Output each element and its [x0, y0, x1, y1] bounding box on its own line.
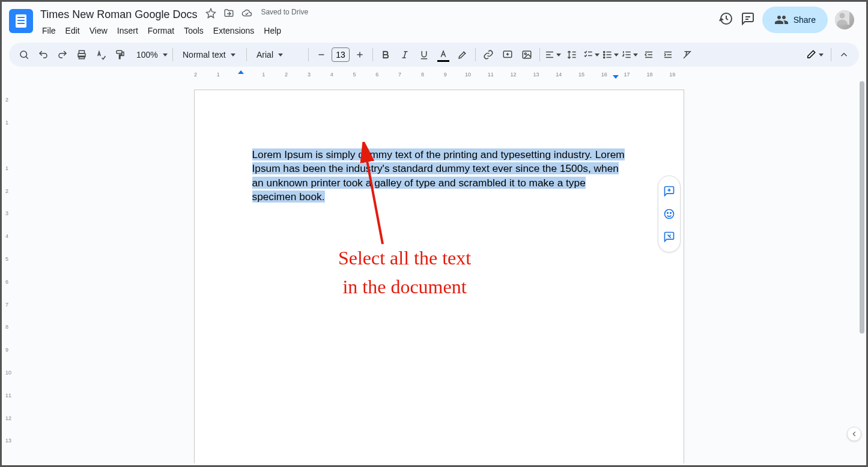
- line-spacing-icon[interactable]: [563, 46, 581, 64]
- docs-logo-icon[interactable]: [9, 9, 33, 33]
- show-side-panel-icon[interactable]: [847, 427, 861, 441]
- menu-insert[interactable]: Insert: [113, 23, 142, 38]
- menu-tools[interactable]: Tools: [180, 23, 208, 38]
- italic-icon[interactable]: [396, 46, 414, 64]
- spellcheck-icon[interactable]: [92, 46, 110, 64]
- ruler-label: 12: [511, 72, 517, 78]
- image-icon[interactable]: [518, 46, 536, 64]
- ruler-label: 17: [624, 72, 630, 78]
- ruler-label: 14: [556, 72, 562, 78]
- ruler-label: 2: [285, 72, 288, 78]
- font-dropdown[interactable]: Arial: [250, 50, 305, 60]
- chevron-down-icon: [633, 53, 638, 56]
- right-indent-marker[interactable]: [613, 75, 619, 79]
- ruler-label: 2: [5, 188, 8, 194]
- paint-format-icon[interactable]: [111, 46, 129, 64]
- ruler-label: 1: [5, 165, 8, 171]
- comments-icon[interactable]: [741, 11, 755, 28]
- ruler-label: 5: [5, 256, 8, 262]
- document-canvas[interactable]: Lorem Ipsum is simply dummy text of the …: [15, 81, 863, 463]
- increase-indent-icon[interactable]: [659, 46, 677, 64]
- ruler-label: 6: [375, 72, 378, 78]
- ruler-label: 6: [5, 279, 8, 285]
- scrollbar-thumb[interactable]: [860, 81, 864, 334]
- ruler-label: 12: [5, 415, 11, 421]
- collapse-toolbar-icon[interactable]: [835, 46, 853, 64]
- text-color-icon[interactable]: [434, 46, 452, 64]
- zoom-value: 100%: [134, 50, 160, 60]
- ruler-label: 13: [533, 72, 539, 78]
- document-title[interactable]: Times New Roman Google Docs: [38, 7, 199, 22]
- bold-icon[interactable]: [377, 46, 395, 64]
- document-page[interactable]: Lorem Ipsum is simply dummy text of the …: [194, 90, 684, 463]
- ruler-label: 4: [5, 233, 8, 239]
- zoom-dropdown[interactable]: 100%: [130, 50, 169, 60]
- editing-mode-dropdown[interactable]: [802, 49, 827, 60]
- menu-view[interactable]: View: [85, 23, 112, 38]
- menu-format[interactable]: Format: [144, 23, 178, 38]
- ruler-label: 1: [217, 72, 220, 78]
- star-icon[interactable]: [205, 8, 216, 21]
- toolbar: 100% Normal text Arial 13: [9, 43, 859, 67]
- highlight-icon[interactable]: [454, 46, 472, 64]
- first-line-indent-marker[interactable]: [238, 70, 244, 74]
- svg-point-11: [604, 54, 605, 55]
- side-comment-tools: [658, 176, 681, 252]
- suggest-edits-icon[interactable]: [658, 225, 680, 248]
- numbered-list-icon[interactable]: [621, 46, 639, 64]
- paragraph-style-dropdown[interactable]: Normal text: [177, 50, 243, 60]
- ruler-label: 16: [601, 72, 607, 78]
- comment-icon[interactable]: [499, 46, 517, 64]
- add-comment-icon[interactable]: [658, 180, 680, 203]
- ruler-label: 4: [330, 72, 333, 78]
- font-size-input[interactable]: 13: [332, 47, 350, 62]
- search-menus-icon[interactable]: [15, 46, 33, 64]
- ruler-label: 1: [5, 120, 8, 126]
- undo-icon[interactable]: [34, 46, 52, 64]
- ruler-label: 15: [578, 72, 584, 78]
- share-button[interactable]: Share: [762, 7, 828, 33]
- vertical-ruler[interactable]: 2112345678910111213: [3, 79, 13, 465]
- ruler-label: 1: [262, 72, 265, 78]
- menu-file[interactable]: File: [38, 23, 60, 38]
- ruler-label: 8: [421, 72, 424, 78]
- checklist-icon[interactable]: [582, 46, 600, 64]
- vertical-scrollbar[interactable]: [860, 81, 864, 463]
- ruler-label: 11: [488, 72, 494, 78]
- decrease-indent-icon[interactable]: [640, 46, 658, 64]
- saved-status-text: Saved to Drive: [261, 8, 308, 21]
- separator: [372, 48, 373, 61]
- clear-formatting-icon[interactable]: [678, 46, 696, 64]
- chevron-down-icon: [819, 53, 824, 56]
- cloud-saved-icon[interactable]: [241, 8, 252, 21]
- link-icon[interactable]: [479, 46, 497, 64]
- bulleted-list-icon[interactable]: [601, 46, 619, 64]
- decrease-font-icon[interactable]: [312, 46, 330, 64]
- chevron-down-icon: [231, 53, 235, 56]
- share-label: Share: [794, 15, 816, 25]
- align-icon[interactable]: [544, 46, 562, 64]
- user-avatar[interactable]: [835, 10, 854, 29]
- add-emoji-icon[interactable]: [658, 203, 680, 225]
- selected-document-text[interactable]: Lorem Ipsum is simply dummy text of the …: [252, 148, 625, 203]
- svg-point-12: [604, 56, 605, 58]
- print-icon[interactable]: [73, 46, 91, 64]
- annotation-arrow: [356, 142, 392, 250]
- increase-font-icon[interactable]: [351, 46, 369, 64]
- underline-icon[interactable]: [415, 46, 433, 64]
- separator: [831, 48, 831, 61]
- horizontal-ruler[interactable]: 2112345678910111213141516171819: [2, 70, 866, 81]
- history-icon[interactable]: [719, 11, 733, 28]
- redo-icon[interactable]: [53, 46, 71, 64]
- menu-extensions[interactable]: Extensions: [209, 23, 258, 38]
- svg-rect-6: [117, 50, 122, 53]
- ruler-label: 3: [308, 72, 311, 78]
- menu-help[interactable]: Help: [259, 23, 285, 38]
- svg-point-18: [670, 213, 671, 214]
- annotation-text-line1: Select all the text: [338, 247, 471, 269]
- menu-edit[interactable]: Edit: [61, 23, 84, 38]
- ruler-label: 13: [5, 438, 11, 444]
- ruler-label: 3: [5, 210, 8, 216]
- move-icon[interactable]: [223, 8, 234, 21]
- svg-point-17: [667, 213, 668, 214]
